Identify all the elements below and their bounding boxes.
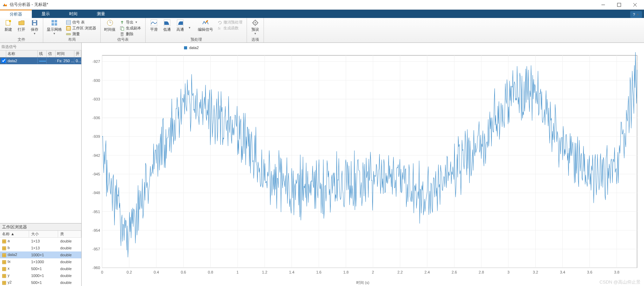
line-color-sample [39,61,46,61]
svg-text:2.6: 2.6 [452,270,457,274]
svg-rect-28 [121,27,124,30]
maximize-button[interactable] [614,1,624,8]
chevron-down-icon: ▼ [254,32,257,35]
new-button[interactable]: +新建 [2,19,15,33]
workspace-row[interactable]: data21000×1double [0,251,81,258]
svg-rect-30 [121,32,123,33]
group-options: 预设▼ 选项 [247,18,264,42]
signal-checkbox[interactable] [1,58,6,63]
delete-button[interactable]: 删除 [118,31,143,37]
svg-text:-951: -951 [92,209,100,213]
tab-analyzer[interactable]: 分析器 [0,10,32,18]
workspace-row[interactable]: tx1×1000double [0,258,81,265]
svg-text:2.4: 2.4 [424,270,430,274]
workspace-icon [66,26,71,31]
x-axis-label: 时间 (s) [356,280,369,285]
smooth-icon [150,19,157,26]
trash-icon [120,32,125,37]
svg-text:-939: -939 [92,134,100,139]
signal-table: 名称 线条 信息 时间 开 data2 Fs: 250 ... 0... [0,50,81,223]
svg-rect-1 [617,3,621,7]
display-grid-button[interactable]: 显示网格▼ [45,19,63,36]
signal-table-toggle[interactable]: 信号 表 [64,19,98,25]
svg-text:1.6: 1.6 [316,270,321,274]
workspace-table-header: 名称 ▲ 大小 类 [0,231,81,238]
edit-signal-button[interactable]: 编辑信号 [196,19,214,33]
workspace-row[interactable]: x500×1double [0,265,81,272]
svg-text:-960: -960 [92,266,100,270]
svg-text:0.8: 0.8 [208,270,213,274]
lowpass-icon [164,19,171,26]
tab-measure[interactable]: 测量 [87,10,115,18]
workspace-row[interactable]: a1×13double [0,238,81,245]
preproc-more-button[interactable]: ▼ [187,19,192,29]
chevron-down-icon: ▼ [188,26,191,29]
tab-time[interactable]: 时间 [59,10,87,18]
group-file: +新建 打开 保存▼ 文件 [0,18,43,42]
generate-copy-button[interactable]: 生成副本 [118,25,143,31]
svg-rect-10 [52,20,54,22]
group-layout: 显示网格▼ 信号 表 工作区 浏览器 测量 布局 [43,18,101,42]
svg-text:-927: -927 [92,59,100,64]
open-button[interactable]: 打开 [15,19,28,33]
svg-text:fx: fx [218,27,221,30]
svg-text:2.8: 2.8 [479,270,484,274]
minimize-button[interactable] [598,1,608,8]
smooth-button[interactable]: 平滑 [148,19,160,33]
filter-signals-input[interactable] [1,45,80,49]
chart-legend: data2 [184,46,199,50]
tab-display[interactable]: 显示 [32,10,59,18]
time-values-button[interactable]: 时间值 [103,19,117,33]
chevron-down-icon: ▼ [33,32,36,35]
toolstrip: +新建 打开 保存▼ 文件 显示网格▼ 信号 表 工作区 浏览器 测量 布局 时… [0,18,644,43]
workspace-row[interactable]: y1000×1double [0,272,81,279]
close-button[interactable] [630,1,640,8]
matlab-icon [2,2,8,8]
svg-rect-14 [66,20,71,25]
workspace-header: 工作区浏览器 [0,223,81,231]
grid-icon [51,19,58,26]
lowpass-button[interactable]: 低通 [161,19,173,33]
edit-signal-icon [202,19,209,26]
svg-text:-930: -930 [92,78,100,83]
workspace-row[interactable]: y2500×1double [0,279,81,286]
clock-icon [107,19,113,26]
svg-rect-62 [102,55,637,268]
workspace-table: 名称 ▲ 大小 类 a1×13doubleb1×13doubledata2100… [0,231,81,286]
undo-icon [217,20,222,25]
export-icon [120,20,125,25]
svg-rect-13 [55,23,57,26]
svg-rect-29 [121,33,123,36]
svg-text:-936: -936 [92,116,100,120]
legend-color-swatch [184,46,187,49]
signal-row-data2[interactable]: data2 Fs: 250 ... 0... [0,57,81,64]
svg-rect-11 [55,20,57,22]
svg-text:1.4: 1.4 [289,270,294,274]
save-button[interactable]: 保存▼ [28,19,41,36]
help-icon: ? [633,12,635,17]
highpass-icon [177,19,184,26]
ruler-icon [66,32,71,37]
help-button[interactable]: ?▼ [630,11,642,18]
highpass-button[interactable]: 高通 [174,19,186,33]
workspace-row[interactable]: b1×13double [0,245,81,251]
function-icon: fx [217,26,222,31]
folder-open-icon [18,19,25,26]
presets-button[interactable]: 预设▼ [249,19,261,36]
title-bar: 信号分析器 - 无标题* [0,0,644,10]
signal-plot[interactable]: -960-957-954-951-948-945-942-939-936-933… [83,52,641,278]
group-signal-table: 时间值 导出▼ 生成副本 删除 信号表 [101,18,146,42]
svg-text:1.8: 1.8 [343,270,348,274]
main-tabs: 分析器 显示 时间 测量 ?▼ [0,10,644,18]
export-button[interactable]: 导出▼ [118,19,143,25]
svg-text:-942: -942 [92,153,100,158]
svg-point-36 [255,22,256,23]
svg-text:3.4: 3.4 [560,270,565,274]
signal-table-header: 名称 线条 信息 时间 开 [0,50,81,57]
workspace-browser-toggle[interactable]: 工作区 浏览器 [64,25,98,31]
copy-icon [120,26,125,31]
svg-rect-17 [66,26,71,30]
filter-bar [0,43,81,50]
svg-text:2.2: 2.2 [397,270,403,274]
measure-toggle[interactable]: 测量 [64,31,98,37]
